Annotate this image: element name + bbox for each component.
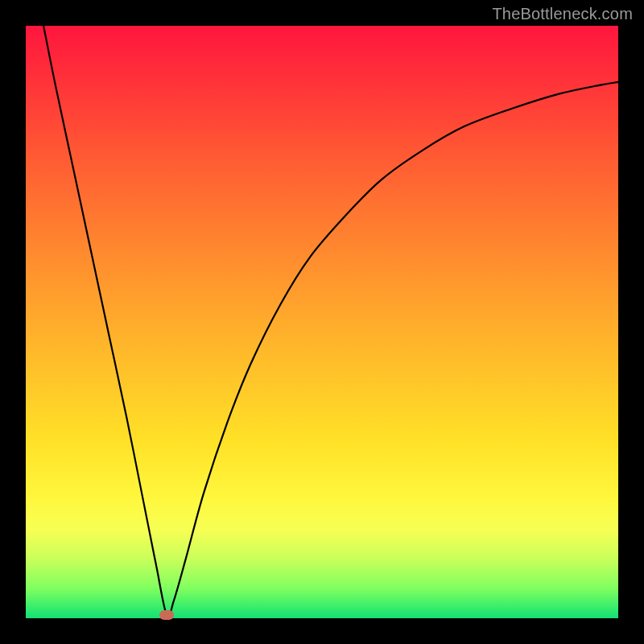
watermark-text: TheBottleneck.com [492, 5, 633, 23]
plot-area [26, 26, 618, 618]
bottleneck-curve [26, 26, 618, 618]
chart-frame: TheBottleneck.com [0, 0, 644, 644]
minimum-marker [159, 610, 174, 620]
